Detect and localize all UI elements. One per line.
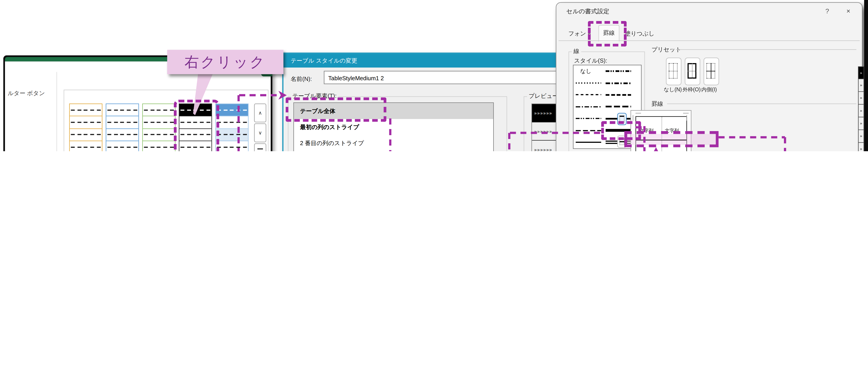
overflow-cell: » <box>858 66 864 79</box>
thumb-dash <box>151 122 154 123</box>
thumb-dash <box>163 134 167 135</box>
thumb-dash <box>223 122 227 123</box>
line-style-row <box>574 77 641 89</box>
line-style-sample <box>576 118 601 119</box>
thumb-dash <box>243 122 247 123</box>
border-group-label: 罫線 <box>651 100 663 108</box>
thumb-dash <box>133 134 137 135</box>
thumb-dash <box>157 122 161 123</box>
item <box>706 71 715 71</box>
thumb-dash <box>114 134 118 135</box>
line-style-sample <box>606 106 631 107</box>
help-icon[interactable]: ? <box>825 7 829 15</box>
line-style-option[interactable]: なし <box>576 65 603 77</box>
thumb-dash <box>84 110 88 111</box>
thumb-dash <box>127 134 131 135</box>
thumb-row <box>106 141 138 151</box>
thumb-dash <box>127 110 131 111</box>
thumb-dash <box>223 134 227 135</box>
thumb-row <box>70 104 102 116</box>
thumb-dash <box>133 147 137 148</box>
thumb-dash <box>157 134 161 135</box>
overflow-cell: » <box>858 143 864 151</box>
thumb-dash <box>97 147 101 148</box>
highlight-band-left <box>624 131 627 147</box>
preset-none-button[interactable] <box>666 58 682 85</box>
thumb-dash <box>84 122 88 123</box>
thumb-dash <box>71 110 75 111</box>
connector-line <box>784 137 786 151</box>
overflow-cell: » <box>858 92 864 105</box>
connector-line <box>510 132 601 134</box>
line-style-option[interactable] <box>576 101 603 113</box>
preview-tick <box>633 115 633 121</box>
line-style-option[interactable] <box>576 113 603 125</box>
highlight-box-black-style <box>174 100 219 151</box>
table-element-item[interactable]: 2 番目の列のストライプ <box>294 135 493 151</box>
thumb-dash <box>78 134 81 135</box>
line-style-option[interactable] <box>576 125 603 136</box>
overflow-cell: » <box>858 105 864 117</box>
thumb-dash <box>78 122 81 123</box>
dialog-title: セルの書式設定 <box>566 7 609 16</box>
preset-inside-icon <box>706 63 715 79</box>
line-style-none-label: なし <box>576 67 592 75</box>
thumb-dash <box>230 122 234 123</box>
preset-caption: 内側(I) <box>702 86 717 94</box>
thumb-dash <box>170 134 174 135</box>
thumb-row <box>143 141 175 151</box>
highlight-band-bottom <box>624 145 718 147</box>
line-style-option[interactable] <box>576 77 603 89</box>
thumb-dash <box>107 122 112 123</box>
preset-inside-button[interactable] <box>704 58 719 85</box>
thumb-dash <box>144 122 148 123</box>
thumb-dash <box>151 110 154 111</box>
thumb-row <box>216 104 248 116</box>
line-style-sample <box>576 94 601 95</box>
tutorial-canvas: ルター ボタン ↗ ∧∨∨ UAGAHAIAJAK 1012223242526 … <box>0 0 868 151</box>
scroll-down-button[interactable]: ∨ <box>254 123 266 142</box>
thumb-row <box>106 104 138 116</box>
thumb-dash <box>107 134 112 135</box>
thumb-dash <box>78 110 81 111</box>
preset-outline-button[interactable] <box>685 58 700 85</box>
thumb-dash <box>243 147 247 148</box>
highlight-box-line-style <box>601 121 641 140</box>
connector-line <box>238 95 240 151</box>
connector-line <box>719 136 785 138</box>
table-style-blue-thumbnail[interactable] <box>106 103 139 151</box>
more-bar <box>257 148 263 149</box>
thumb-dash <box>97 122 101 123</box>
preview-label: プレビュー <box>527 92 560 100</box>
thumb-dash <box>223 147 227 148</box>
thumb-dash <box>223 110 227 111</box>
thumb-dash <box>243 134 247 135</box>
thumb-dash <box>114 110 118 111</box>
thumb-dash <box>90 147 94 148</box>
line-style-option[interactable] <box>606 77 638 89</box>
line-style-option[interactable] <box>576 136 603 148</box>
thumb-dash <box>157 147 161 148</box>
line-group-label: 線 <box>572 48 581 55</box>
thumb-row <box>216 141 248 151</box>
connector-line <box>643 126 645 151</box>
line-style-option[interactable] <box>606 65 638 77</box>
thumb-row <box>70 116 102 129</box>
preset-outline-icon <box>688 63 696 79</box>
preset-caption: なし(N) <box>664 86 682 94</box>
table-style-lightblue-thumbnail[interactable] <box>215 103 249 151</box>
right-click-callout: 右クリック <box>167 50 283 74</box>
close-icon[interactable]: × <box>846 7 850 15</box>
line-style-option[interactable] <box>606 89 638 101</box>
table-style-green-thumbnail[interactable] <box>142 103 176 151</box>
line-style-sample <box>606 82 631 84</box>
thumb-dash <box>151 134 154 135</box>
gallery-more-button[interactable]: ∨ <box>254 143 266 151</box>
thumb-row <box>70 129 102 141</box>
gallery-scrollbar[interactable]: ∧∨∨ <box>254 103 266 151</box>
table-style-orange-thumbnail[interactable] <box>69 103 102 151</box>
line-style-option[interactable] <box>576 89 603 101</box>
thumb-dash <box>157 110 161 111</box>
thumb-dash <box>78 147 81 148</box>
scroll-up-button[interactable]: ∧ <box>254 103 266 122</box>
